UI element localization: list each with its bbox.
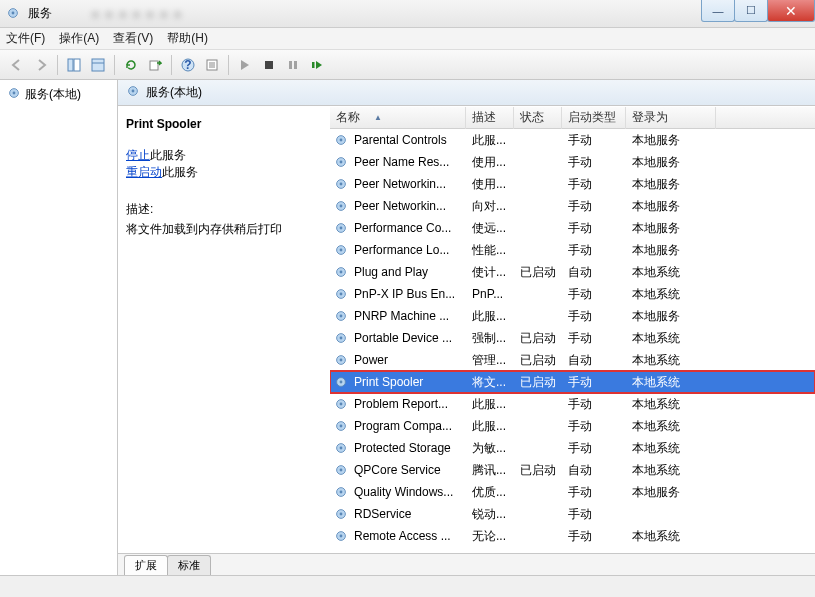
svg-point-22 — [340, 139, 343, 142]
service-row[interactable]: RDService锐动...手动 — [330, 503, 815, 525]
service-icon — [330, 397, 348, 411]
service-row[interactable]: Print Spooler将文...已启动手动本地系统 — [330, 371, 815, 393]
minimize-button[interactable]: — — [701, 0, 735, 22]
menu-file[interactable]: 文件(F) — [6, 30, 45, 47]
maximize-button[interactable]: ☐ — [734, 0, 768, 22]
cell-desc: 使远... — [466, 220, 514, 237]
service-row[interactable]: Peer Networkin...向对...手动本地服务 — [330, 195, 815, 217]
cell-startup: 手动 — [562, 506, 626, 523]
cell-startup: 自动 — [562, 462, 626, 479]
service-row[interactable]: Parental Controls此服...手动本地服务 — [330, 129, 815, 151]
svg-point-36 — [340, 293, 343, 296]
svg-point-54 — [340, 491, 343, 494]
cell-name: QPCore Service — [348, 463, 466, 477]
cell-startup: 手动 — [562, 528, 626, 545]
cell-startup: 手动 — [562, 440, 626, 457]
menu-view[interactable]: 查看(V) — [113, 30, 153, 47]
service-row[interactable]: Plug and Play使计...已启动自动本地系统 — [330, 261, 815, 283]
tree-root-item[interactable]: 服务(本地) — [4, 84, 113, 105]
col-header-startup[interactable]: 启动类型 — [562, 107, 626, 129]
stop-service-link[interactable]: 停止 — [126, 148, 150, 162]
svg-point-20 — [132, 90, 135, 93]
cell-name: Peer Networkin... — [348, 177, 466, 191]
pause-service-button[interactable] — [282, 54, 304, 76]
services-list: 名称▲ 描述 状态 启动类型 登录为 Parental Controls此服..… — [330, 107, 815, 553]
col-header-status[interactable]: 状态 — [514, 107, 562, 129]
svg-rect-4 — [92, 59, 104, 71]
properties-pane-button[interactable] — [87, 54, 109, 76]
tab-extended[interactable]: 扩展 — [124, 555, 168, 575]
service-row[interactable]: Portable Device ...强制...已启动手动本地系统 — [330, 327, 815, 349]
service-icon — [330, 265, 348, 279]
cell-desc: 使用... — [466, 176, 514, 193]
cell-startup: 手动 — [562, 374, 626, 391]
service-icon — [330, 331, 348, 345]
menu-help[interactable]: 帮助(H) — [167, 30, 208, 47]
svg-rect-14 — [289, 61, 292, 69]
cell-logon: 本地服务 — [626, 308, 716, 325]
view-tabs: 扩展 标准 — [118, 553, 815, 575]
cell-logon: 本地系统 — [626, 462, 716, 479]
refresh-button[interactable] — [120, 54, 142, 76]
service-icon — [330, 485, 348, 499]
properties-button[interactable] — [201, 54, 223, 76]
stop-service-button[interactable] — [258, 54, 280, 76]
cell-status: 已启动 — [514, 264, 562, 281]
export-button[interactable] — [144, 54, 166, 76]
service-icon — [330, 375, 348, 389]
service-row[interactable]: Peer Networkin...使用...手动本地服务 — [330, 173, 815, 195]
cell-startup: 手动 — [562, 198, 626, 215]
service-icon — [330, 309, 348, 323]
svg-point-32 — [340, 249, 343, 252]
forward-button[interactable] — [30, 54, 52, 76]
help-button[interactable]: ? — [177, 54, 199, 76]
tab-standard[interactable]: 标准 — [167, 555, 211, 575]
title-bar: 服务 ■ ■ ■ ■ ■ ■ ■ — ☐ ✕ — [0, 0, 815, 28]
cell-startup: 手动 — [562, 396, 626, 413]
cell-name: Peer Name Res... — [348, 155, 466, 169]
service-row[interactable]: Protected Storage为敏...手动本地系统 — [330, 437, 815, 459]
service-row[interactable]: Performance Lo...性能...手动本地服务 — [330, 239, 815, 261]
cell-name: Remote Access ... — [348, 529, 466, 543]
col-header-logon[interactable]: 登录为 — [626, 107, 716, 129]
menu-action[interactable]: 操作(A) — [59, 30, 99, 47]
cell-desc: 此服... — [466, 132, 514, 149]
svg-point-1 — [12, 11, 15, 14]
cell-startup: 手动 — [562, 220, 626, 237]
list-rows[interactable]: Parental Controls此服...手动本地服务Peer Name Re… — [330, 129, 815, 553]
service-row[interactable]: Performance Co...使远...手动本地服务 — [330, 217, 815, 239]
sort-asc-icon: ▲ — [374, 113, 382, 122]
svg-point-40 — [340, 337, 343, 340]
cell-startup: 手动 — [562, 132, 626, 149]
svg-point-30 — [340, 227, 343, 230]
close-button[interactable]: ✕ — [767, 0, 815, 22]
service-row[interactable]: PNRP Machine ...此服...手动本地服务 — [330, 305, 815, 327]
blurred-taskbar-hint: ■ ■ ■ ■ ■ ■ ■ — [52, 8, 809, 20]
col-header-desc[interactable]: 描述 — [466, 107, 514, 129]
col-header-name[interactable]: 名称▲ — [330, 107, 466, 129]
cell-name: PnP-X IP Bus En... — [348, 287, 466, 301]
service-row[interactable]: Power管理...已启动自动本地系统 — [330, 349, 815, 371]
svg-point-42 — [340, 359, 343, 362]
cell-logon: 本地系统 — [626, 286, 716, 303]
back-button[interactable] — [6, 54, 28, 76]
start-service-button[interactable] — [234, 54, 256, 76]
service-icon — [330, 441, 348, 455]
service-row[interactable]: Problem Report...此服...手动本地系统 — [330, 393, 815, 415]
cell-desc: 为敏... — [466, 440, 514, 457]
service-row[interactable]: Quality Windows...优质...手动本地服务 — [330, 481, 815, 503]
service-row[interactable]: Remote Access ...无论...手动本地系统 — [330, 525, 815, 547]
show-hide-tree-button[interactable] — [63, 54, 85, 76]
svg-rect-2 — [68, 59, 73, 71]
cell-desc: 将文... — [466, 374, 514, 391]
service-row[interactable]: Program Compa...此服...手动本地系统 — [330, 415, 815, 437]
right-pane: 服务(本地) Print Spooler 停止此服务 重启动此服务 描述: 将文… — [118, 80, 815, 575]
cell-name: RDService — [348, 507, 466, 521]
service-row[interactable]: PnP-X IP Bus En...PnP...手动本地系统 — [330, 283, 815, 305]
restart-service-button[interactable] — [306, 54, 328, 76]
restart-service-link[interactable]: 重启动 — [126, 165, 162, 179]
service-row[interactable]: Peer Name Res...使用...手动本地服务 — [330, 151, 815, 173]
restart-service-line: 重启动此服务 — [126, 164, 322, 181]
window-controls: — ☐ ✕ — [702, 0, 815, 22]
service-row[interactable]: QPCore Service腾讯...已启动自动本地系统 — [330, 459, 815, 481]
